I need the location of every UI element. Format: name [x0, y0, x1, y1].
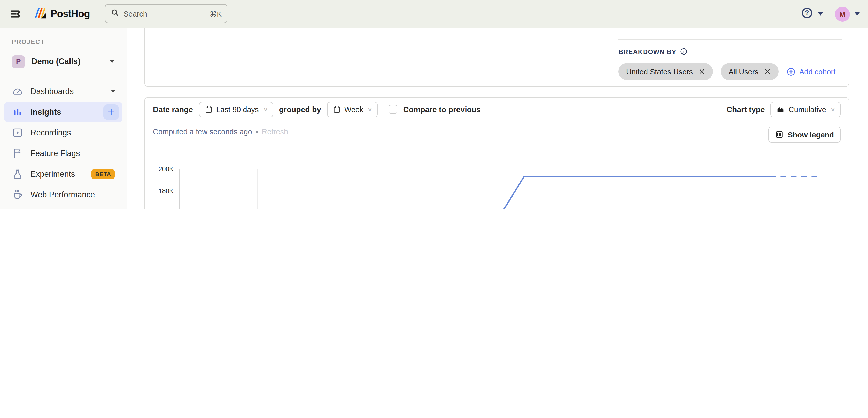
dashboard-icon — [12, 86, 23, 97]
date-range-select[interactable]: Last 90 days ∨ — [199, 101, 273, 117]
posthog-logo[interactable]: PostHog — [33, 6, 90, 22]
computed-status: Computed a few seconds ago — [153, 128, 252, 136]
breakdown-by-label: BREAKDOWN BY — [618, 48, 842, 57]
flask-icon — [12, 169, 23, 180]
chevron-down-icon: ∨ — [263, 106, 268, 113]
cohort-pill-label: United States Users — [626, 67, 693, 76]
search-input[interactable]: Search ⌘K — [105, 4, 227, 23]
cohort-pill-row: United States UsersAll UsersAdd cohort — [618, 63, 842, 80]
top-right-controls: ? M — [801, 0, 860, 28]
sidebar-item-label: Feature Flags — [30, 149, 80, 158]
coffee-icon — [12, 189, 23, 201]
y-axis-tick-label: 200K — [159, 165, 174, 173]
sidebar-item-insights[interactable]: Insights+ — [4, 102, 122, 122]
compare-checkbox[interactable] — [389, 105, 398, 114]
cohort-pill-label: All Users — [728, 67, 758, 76]
app-window: PostHog Search ⌘K ? M PROJECT — [0, 0, 868, 209]
logo-text: PostHog — [51, 8, 90, 20]
help-menu-caret-icon[interactable] — [818, 12, 823, 16]
avatar[interactable]: M — [835, 6, 850, 22]
add-cohort-button[interactable]: Add cohort — [786, 67, 835, 76]
svg-text:?: ? — [805, 9, 809, 16]
flag-icon — [12, 148, 23, 159]
chevron-down-icon: ∨ — [830, 106, 835, 113]
sidebar-item-experiments[interactable]: ExperimentsBETA — [4, 164, 122, 184]
trends-chart[interactable]: 200K180K160K140K120K100K80K60K40K20K028-… — [155, 161, 849, 209]
cohort-pill[interactable]: United States Users — [618, 63, 713, 80]
cohort-pill[interactable]: All Users — [721, 63, 779, 80]
legend-list-icon — [775, 130, 783, 139]
sidebar-divider — [4, 76, 122, 77]
grouped-by-label: grouped by — [279, 105, 321, 114]
project-name: Demo (Calls) — [32, 57, 81, 66]
sidebar-item-label: Experiments — [30, 170, 75, 179]
insights-icon — [12, 107, 23, 118]
project-caret-icon — [110, 60, 115, 63]
beta-badge: BETA — [92, 170, 115, 179]
breakdown-panel: BREAKDOWN BY United States UsersAll User… — [618, 28, 842, 80]
y-axis-tick-label: 180K — [159, 187, 174, 195]
help-icon[interactable]: ? — [801, 7, 813, 21]
project-avatar: P — [12, 55, 25, 68]
search-icon — [111, 8, 119, 19]
plus-circle-icon — [786, 67, 796, 76]
info-icon[interactable] — [680, 48, 688, 57]
top-bar: PostHog Search ⌘K ? M — [0, 0, 868, 28]
posthog-logo-mark-icon — [33, 6, 47, 22]
sidebar-item-web-performance[interactable]: Web Performance — [4, 184, 122, 205]
chart-type-group: Chart type Cumulative ∨ — [726, 101, 841, 117]
close-icon[interactable] — [699, 68, 705, 75]
sidebar-item-label: Web Performance — [30, 190, 95, 200]
area-chart-icon — [776, 105, 785, 114]
refresh-link[interactable]: Refresh — [262, 128, 288, 136]
panel-divider — [618, 39, 842, 40]
search-placeholder: Search — [123, 9, 147, 18]
insight-card: Date range Last 90 days ∨ grouped by Wee… — [144, 97, 849, 209]
sidebar-item-recordings[interactable]: Recordings — [4, 122, 122, 143]
date-range-label: Date range — [153, 105, 193, 114]
calendar-icon — [333, 105, 341, 113]
project-section-label: PROJECT — [12, 38, 127, 46]
sidebar-collapse-icon[interactable] — [9, 8, 22, 20]
chevron-down-icon: ∨ — [367, 106, 373, 113]
main-content: BREAKDOWN BY United States UsersAll User… — [127, 28, 868, 209]
sidebar-item-label: Recordings — [30, 128, 71, 138]
show-legend-button[interactable]: Show legend — [768, 127, 841, 143]
chart-type-select[interactable]: Cumulative ∨ — [771, 101, 841, 117]
insight-query-card: BREAKDOWN BY United States UsersAll User… — [144, 28, 849, 87]
recordings-icon — [12, 127, 23, 139]
insight-filter-row: Date range Last 90 days ∨ grouped by Wee… — [145, 98, 849, 121]
calendar-icon — [204, 105, 213, 113]
new-insight-button[interactable]: + — [103, 104, 119, 120]
search-shortcut: ⌘K — [210, 9, 222, 18]
interval-select[interactable]: Week ∨ — [327, 101, 378, 117]
chevron-down-icon — [111, 90, 115, 93]
sidebar-item-feature-flags[interactable]: Feature Flags — [4, 143, 122, 164]
sidebar: PROJECT P Demo (Calls) DashboardsInsight… — [0, 28, 127, 209]
account-menu-caret-icon[interactable] — [855, 12, 860, 16]
sidebar-item-label: Insights — [30, 108, 61, 117]
compare-label: Compare to previous — [403, 105, 481, 114]
chart-type-label: Chart type — [726, 105, 765, 114]
sidebar-item-label: Dashboards — [30, 87, 74, 96]
close-icon[interactable] — [764, 68, 771, 75]
series-light-blue-line — [179, 177, 770, 209]
sidebar-item-dashboards[interactable]: Dashboards — [4, 81, 122, 102]
computation-status-row: Computed a few seconds ago • Refresh Sho… — [145, 121, 849, 142]
project-switcher[interactable]: P Demo (Calls) — [6, 52, 120, 71]
